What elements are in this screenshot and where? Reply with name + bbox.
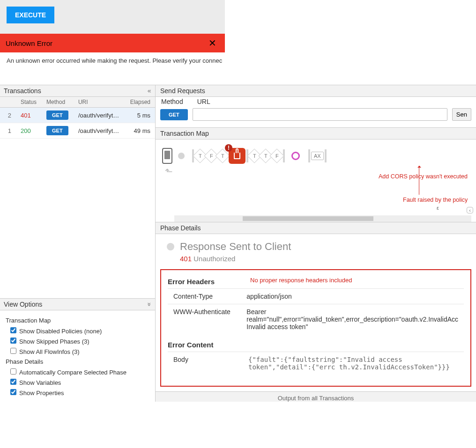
status-code: 401	[180, 255, 192, 263]
ax-node[interactable]: AX	[311, 152, 324, 160]
vo-group-phase-details: Phase Details	[6, 358, 149, 365]
error-content-heading: Error Content	[168, 341, 464, 349]
col-elapsed[interactable]: Elapsed	[125, 97, 155, 108]
view-options-body: Transaction Map Show Disabled Policies (…	[0, 310, 155, 402]
view-options-title: View Options	[4, 301, 42, 308]
pager[interactable]: ‹	[467, 207, 473, 213]
execute-button[interactable]: EXECUTE	[7, 7, 54, 23]
send-button[interactable]: Sen	[452, 108, 471, 121]
send-row: GET Sen	[156, 105, 476, 127]
opt-show-disabled[interactable]: Show Disabled Policies (none)	[8, 326, 149, 335]
body-value: {"fault":{"faultstring":"Invalid access …	[243, 352, 464, 375]
header-value: application/json	[241, 289, 464, 304]
right-pane: Send Requests Method URL GET Sen Transac…	[156, 85, 476, 402]
annotation-cors: Add CORS policy wasn't executed	[379, 173, 468, 180]
lock-icon	[234, 153, 240, 159]
send-requests-header: Send Requests	[156, 85, 476, 97]
target-ring-icon[interactable]	[291, 152, 300, 160]
opt-show-variables[interactable]: Show Variables	[8, 377, 149, 386]
return-arrow-icon: ⬑	[165, 166, 173, 177]
flow-node[interactable]	[178, 153, 185, 159]
table-row: Body {"fault":{"faultstring":"Invalid ac…	[168, 352, 464, 375]
top-card: EXECUTE Unknown Error ✕ An unknown error…	[0, 0, 225, 69]
header-key: Content-Type	[168, 289, 241, 304]
opt-show-properties[interactable]: Show Properties	[8, 388, 149, 397]
error-badge-icon: !	[225, 144, 232, 152]
client-device-icon	[162, 148, 172, 164]
flow-divider	[308, 149, 310, 162]
tx-uri: /oauth/verifyt…	[74, 123, 125, 139]
vo-group-transaction-map: Transaction Map	[6, 317, 149, 324]
error-details-box: No proper response headers included Erro…	[160, 269, 471, 387]
table-row: WWW-Authenticate Bearer realm="null",err…	[168, 304, 464, 335]
policy-error-node[interactable]: !	[229, 148, 245, 164]
view-options-header: View Options »	[0, 298, 155, 310]
col-method[interactable]: Method	[42, 97, 74, 108]
table-row[interactable]: 2401GET/oauth/verifyt…5 ms	[0, 108, 155, 123]
method-selector[interactable]: GET	[160, 109, 188, 120]
scrollbar-thumb[interactable]	[243, 216, 373, 221]
annotation-arrow	[419, 166, 419, 195]
phase-name: Response Sent to Client	[180, 241, 291, 253]
tx-status: 401	[16, 108, 42, 123]
tx-elapsed: 49 ms	[125, 123, 155, 139]
opt-show-skipped[interactable]: Show Skipped Phases (3)	[8, 336, 149, 345]
url-input[interactable]	[193, 108, 447, 121]
opt-show-flowinfos[interactable]: Show All FlowInfos (3)	[8, 346, 149, 355]
phase-details-header: Phase Details	[156, 222, 476, 234]
error-banner-message: An unknown error occurred while making t…	[0, 52, 225, 69]
col-status[interactable]: Status	[16, 97, 42, 108]
table-row[interactable]: 1200GET/oauth/verifyt…49 ms	[0, 123, 155, 139]
annotation-headers: No proper response headers included	[250, 277, 352, 284]
tx-elapsed: 5 ms	[125, 108, 155, 123]
label-url: URL	[197, 98, 210, 105]
collapse-left-icon[interactable]: «	[148, 87, 151, 95]
error-banner-title: Unknown Error	[6, 39, 52, 47]
error-headers-table: Content-Type application/json WWW-Authen…	[168, 288, 464, 334]
annotation-fault: Fault raised by the policy	[403, 197, 468, 203]
tx-method: GET	[42, 108, 74, 123]
pager-prev-icon[interactable]: ‹	[469, 207, 471, 213]
table-row: Content-Type application/json	[168, 289, 464, 304]
error-banner: Unknown Error ✕	[0, 34, 225, 52]
header-value: Bearer realm="null",error="invalid_token…	[241, 304, 464, 335]
transaction-map-header: Transaction Map	[156, 127, 476, 140]
left-pane: Transactions « Status Method URI Elapsed…	[0, 85, 156, 402]
opt-auto-compare[interactable]: Automatically Compare Selected Phase	[8, 367, 149, 376]
flow-divider	[325, 149, 327, 162]
horizontal-scrollbar[interactable]	[174, 215, 471, 222]
phase-indicator-icon	[167, 243, 174, 250]
transaction-map-canvas[interactable]: T F T ! T T F AX ⬑ Add C	[156, 140, 476, 222]
status-text: Unauthorized	[193, 255, 235, 263]
body-key: Body	[168, 352, 243, 375]
phase-title-row: Response Sent to Client	[156, 234, 476, 255]
transactions-title: Transactions	[4, 87, 41, 95]
expand-icon[interactable]: »	[146, 302, 153, 306]
tx-uri: /oauth/verifyt…	[74, 108, 125, 123]
label-method: Method	[161, 98, 183, 105]
tx-index: 1	[0, 123, 16, 139]
col-uri[interactable]: URI	[74, 97, 125, 108]
transactions-header: Transactions «	[0, 85, 155, 97]
phase-status: 401 Unauthorized	[156, 255, 476, 269]
epsilon-glyph: ε	[437, 205, 439, 211]
tx-status: 200	[16, 123, 42, 139]
transactions-table: Status Method URI Elapsed 2401GET/oauth/…	[0, 97, 155, 139]
workspace: Transactions « Status Method URI Elapsed…	[0, 85, 476, 402]
close-icon[interactable]: ✕	[206, 37, 219, 49]
header-key: WWW-Authenticate	[168, 304, 241, 335]
policy-node[interactable]: F	[269, 148, 284, 163]
output-footer[interactable]: Output from all Transactions	[156, 391, 476, 402]
error-content-table: Body {"fault":{"faultstring":"Invalid ac…	[168, 352, 464, 375]
tx-method: GET	[42, 123, 74, 139]
tx-index: 2	[0, 108, 16, 123]
